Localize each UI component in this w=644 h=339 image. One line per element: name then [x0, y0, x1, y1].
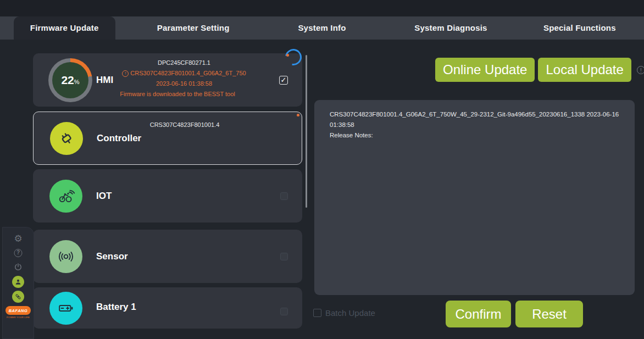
device-card-iot[interactable]: IOT [33, 169, 302, 223]
tab-label: System Info [281, 16, 362, 40]
hmi-download-status: Firmware is downloaded to the BESST tool [91, 89, 264, 99]
device-list-scrollbar[interactable] [306, 55, 307, 208]
device-name-controller: Controller [97, 133, 141, 144]
tab-special-functions[interactable]: Special Functions [515, 16, 644, 40]
bafang-logo: BAFANG [5, 306, 31, 315]
main-tabbar: Firmware Update Parameter Setting System… [0, 16, 644, 40]
help-icon[interactable]: ? [14, 249, 23, 257]
hmi-firmware-file[interactable]: ↑CRS307C4823F801001.4_G06A2_6T_750 [104, 68, 264, 79]
hmi-progress-ring: 22 % [48, 58, 92, 102]
hmi-progress-inner: 22 % [52, 62, 88, 98]
tab-label: Firmware Update [14, 16, 115, 40]
tab-label: Special Functions [527, 16, 632, 40]
device-card-hmi[interactable]: 22 % HMI DPC245CF80271.1 ↑CRS307C4823F80… [33, 53, 302, 107]
tab-system-info[interactable]: System Info [258, 16, 386, 40]
iot-bike-icon [49, 180, 82, 213]
release-notes-label: Release Notes: [330, 130, 619, 141]
connection-link-icon[interactable] [12, 291, 24, 303]
device-name-sensor: Sensor [96, 251, 128, 262]
user-account-icon[interactable] [12, 276, 24, 288]
power-icon[interactable] [13, 262, 23, 274]
confirm-button[interactable]: Confirm [446, 301, 511, 327]
batch-update-toggle[interactable]: Batch Update [313, 308, 375, 318]
controller-model: CRS307C4823F801001.4 [105, 120, 264, 130]
hmi-progress-unit: % [74, 79, 80, 85]
device-name-iot: IOT [96, 191, 112, 202]
device-card-controller[interactable]: Controller CRS307C4823F801001.4 [33, 112, 302, 165]
settings-gear-icon[interactable]: ⚙ [14, 233, 22, 244]
device-card-battery[interactable]: Battery 1 [33, 287, 302, 329]
battery-checkbox[interactable] [280, 308, 288, 315]
online-update-button[interactable]: Online Update [435, 58, 535, 82]
update-actions-row: Online Update Local Update ! [435, 58, 633, 82]
iot-checkbox[interactable] [280, 192, 288, 200]
controller-info-block: CRS307C4823F801001.4 [105, 120, 264, 130]
release-notes-panel: CRS307C4823F801001.4_G06A2_6T_750W_45_29… [314, 100, 635, 295]
bafang-tagline: POWER YOUR LIFE [7, 316, 30, 319]
tab-firmware-update[interactable]: Firmware Update [0, 16, 129, 40]
sensor-signal-icon [49, 240, 82, 273]
hmi-checkbox-check: ✓ [281, 76, 287, 84]
release-header: CRS307C4823F801001.4_G06A2_6T_750W_45_29… [330, 109, 619, 130]
hmi-progress-value: 22 [61, 74, 74, 87]
window-top-strip [0, 0, 644, 16]
side-rail: ⚙ ? BAFANG POWER YOUR LIFE [2, 227, 34, 339]
tab-system-diagnosis[interactable]: System Diagnosis [386, 16, 515, 40]
hmi-firmware-timestamp: 2023-06-16 01:38:58 [104, 79, 264, 89]
hmi-notification-dot [286, 54, 289, 57]
tab-parameter-setting[interactable]: Parameter Setting [129, 16, 257, 40]
batch-update-checkbox[interactable] [313, 309, 321, 317]
upload-icon: ↑ [122, 70, 129, 77]
controller-plug-icon [50, 122, 83, 155]
reset-button[interactable]: Reset [515, 301, 583, 327]
hmi-checkbox[interactable]: ✓ [279, 76, 288, 85]
sensor-checkbox[interactable] [280, 253, 288, 260]
footer-actions: Batch Update Confirm Reset [313, 301, 635, 327]
tab-label: Parameter Setting [141, 16, 246, 40]
hmi-info-block: DPC245CF80271.1 ↑CRS307C4823F801001.4_G0… [104, 58, 264, 99]
tab-label: System Diagnosis [398, 16, 503, 40]
controller-notification-dot [297, 114, 299, 116]
hmi-model: DPC245CF80271.1 [104, 58, 264, 68]
device-name-battery: Battery 1 [96, 302, 136, 313]
local-update-button[interactable]: Local Update [538, 58, 631, 82]
battery-icon [49, 292, 82, 325]
info-icon[interactable]: ! [637, 66, 644, 74]
device-card-sensor[interactable]: Sensor [33, 230, 302, 283]
batch-update-label: Batch Update [325, 308, 375, 318]
